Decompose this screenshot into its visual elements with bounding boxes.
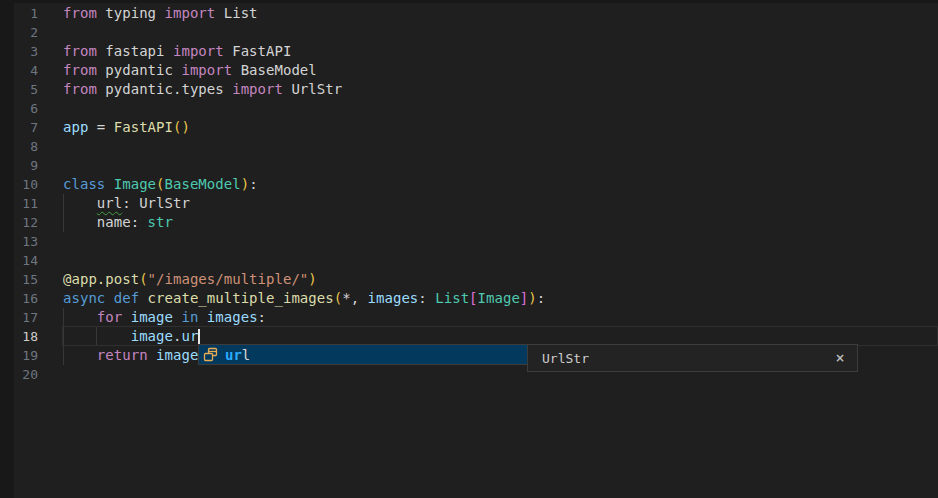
line-number[interactable]: 10 bbox=[0, 175, 38, 194]
line-number[interactable]: 15 bbox=[0, 270, 38, 289]
code-line[interactable]: 14 bbox=[0, 251, 938, 270]
code-line[interactable]: 10class Image(BaseModel): bbox=[0, 175, 938, 194]
line-number[interactable]: 17 bbox=[0, 308, 38, 327]
line-number[interactable]: 20 bbox=[0, 365, 38, 384]
code-text: from pydantic import BaseModel bbox=[63, 61, 317, 80]
code-text: for image in images: bbox=[63, 308, 266, 327]
line-number[interactable]: 9 bbox=[0, 156, 38, 175]
suggest-widget: url bbox=[198, 344, 528, 365]
line-number[interactable]: 1 bbox=[0, 4, 38, 23]
line-number[interactable]: 18 bbox=[0, 327, 38, 346]
code-line[interactable]: 1from typing import List bbox=[0, 4, 938, 23]
line-number[interactable]: 2 bbox=[0, 23, 38, 42]
code-line[interactable]: 2 bbox=[0, 23, 938, 42]
suggest-item-url[interactable]: url bbox=[199, 345, 527, 364]
line-number[interactable]: 3 bbox=[0, 42, 38, 61]
line-number[interactable]: 19 bbox=[0, 346, 38, 365]
suggest-rest-text: l bbox=[242, 347, 250, 363]
indent-guide bbox=[63, 194, 64, 232]
symbol-field-icon bbox=[203, 347, 219, 363]
line-number[interactable]: 12 bbox=[0, 213, 38, 232]
line-number[interactable]: 5 bbox=[0, 80, 38, 99]
code-text: from fastapi import FastAPI bbox=[63, 42, 291, 61]
line-number[interactable]: 13 bbox=[0, 232, 38, 251]
code-area[interactable]: 1from typing import List23from fastapi i… bbox=[0, 4, 938, 384]
line-number[interactable]: 7 bbox=[0, 118, 38, 137]
code-line[interactable]: 13 bbox=[0, 232, 938, 251]
line-number[interactable]: 6 bbox=[0, 99, 38, 118]
code-text: @app.post("/images/multiple/") bbox=[63, 270, 317, 289]
indent-guide bbox=[63, 308, 64, 365]
line-number[interactable]: 14 bbox=[0, 251, 38, 270]
editor-window: 1from typing import List23from fastapi i… bbox=[0, 0, 938, 498]
code-line[interactable]: 12 name: str bbox=[0, 213, 938, 232]
close-icon[interactable]: × bbox=[835, 351, 845, 365]
code-line[interactable]: 8 bbox=[0, 137, 938, 156]
line-number[interactable]: 11 bbox=[0, 194, 38, 213]
line-number[interactable]: 16 bbox=[0, 289, 38, 308]
code-line[interactable]: 9 bbox=[0, 156, 938, 175]
code-text: class Image(BaseModel): bbox=[63, 175, 258, 194]
suggest-item-label: url bbox=[225, 347, 250, 363]
code-line[interactable]: 16async def create_multiple_images(*, im… bbox=[0, 289, 938, 308]
code-line[interactable]: 4from pydantic import BaseModel bbox=[0, 61, 938, 80]
code-line[interactable]: 11 url: UrlStr bbox=[0, 194, 938, 213]
code-line[interactable]: 7app = FastAPI() bbox=[0, 118, 938, 137]
code-text: async def create_multiple_images(*, imag… bbox=[63, 289, 545, 308]
code-line[interactable]: 5from pydantic.types import UrlStr bbox=[0, 80, 938, 99]
window-top-edge bbox=[0, 0, 938, 3]
indent-guide bbox=[96, 327, 97, 346]
code-text: name: str bbox=[63, 213, 173, 232]
code-text: from pydantic.types import UrlStr bbox=[63, 80, 342, 99]
line-number[interactable]: 8 bbox=[0, 137, 38, 156]
code-text: url: UrlStr bbox=[63, 194, 190, 213]
code-line[interactable]: 3from fastapi import FastAPI bbox=[0, 42, 938, 61]
code-text: from typing import List bbox=[63, 4, 258, 23]
code-text: app = FastAPI() bbox=[63, 118, 190, 137]
suggest-detail-panel: UrlStr × bbox=[527, 344, 858, 372]
code-text: image.ur bbox=[63, 327, 198, 346]
code-line[interactable]: 17 for image in images: bbox=[0, 308, 938, 327]
code-line[interactable]: 15@app.post("/images/multiple/") bbox=[0, 270, 938, 289]
line-number[interactable]: 4 bbox=[0, 61, 38, 80]
suggest-match-text: ur bbox=[225, 347, 242, 363]
code-line[interactable]: 6 bbox=[0, 99, 938, 118]
suggest-detail-text: UrlStr bbox=[542, 351, 835, 366]
text-caret bbox=[198, 329, 200, 344]
code-text: return image bbox=[63, 346, 198, 365]
